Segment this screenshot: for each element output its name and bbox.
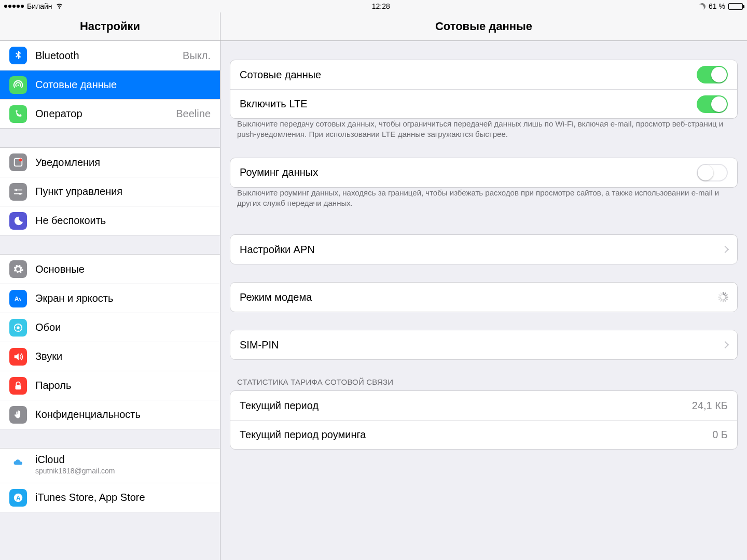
svg-text:A: A bbox=[16, 494, 21, 501]
sidebar-item-label: Экран и яркость bbox=[35, 292, 211, 304]
switch-data-roaming[interactable] bbox=[697, 164, 728, 181]
sidebar-item-value: Beeline bbox=[176, 108, 211, 120]
row-apn-settings[interactable]: Настройки APN bbox=[230, 235, 737, 264]
sidebar-item-control-center[interactable]: Пункт управления bbox=[0, 177, 220, 206]
detail-title: Сотовые данные bbox=[220, 12, 747, 41]
note-roaming: Выключите роуминг данных, находясь за гр… bbox=[237, 188, 730, 209]
sidebar-item-label: Пункт управления bbox=[35, 186, 211, 198]
row-label: Включить LTE bbox=[240, 98, 689, 110]
sidebar-item-label: Оператор bbox=[35, 108, 168, 120]
switch-enable-lte[interactable] bbox=[697, 95, 728, 113]
detail-pane: Сотовые данные Сотовые данные Включить L… bbox=[220, 12, 747, 560]
svg-text:A: A bbox=[18, 297, 21, 302]
sidebar-item-value: Выкл. bbox=[183, 50, 211, 62]
cellular-icon bbox=[9, 76, 27, 94]
status-bar: Билайн 12:28 61 % bbox=[0, 0, 747, 12]
row-label: Сотовые данные bbox=[240, 69, 689, 81]
display-icon: AA bbox=[9, 290, 27, 307]
sidebar-item-label: Уведомления bbox=[35, 157, 211, 169]
status-time: 12:28 bbox=[372, 2, 390, 10]
sidebar-item-bluetooth[interactable]: Bluetooth Выкл. bbox=[0, 41, 220, 70]
row-current-period[interactable]: Текущий период 24,1 КБ bbox=[230, 391, 737, 420]
sidebar-title: Настройки bbox=[0, 12, 220, 41]
section-header-stats: СТАТИСТИКА ТАРИФА СОТОВОЙ СВЯЗИ bbox=[237, 377, 730, 386]
row-data-roaming[interactable]: Роуминг данных bbox=[230, 158, 737, 187]
do-not-disturb-icon bbox=[697, 2, 707, 11]
control-center-icon bbox=[9, 183, 27, 201]
row-cellular-data[interactable]: Сотовые данные bbox=[230, 60, 737, 89]
cloud-icon bbox=[9, 454, 27, 471]
wallpaper-icon bbox=[9, 319, 27, 337]
settings-sidebar: Настройки Bluetooth Выкл. Сотовые данные bbox=[0, 12, 220, 560]
svg-rect-8 bbox=[16, 385, 21, 389]
sidebar-item-label: Пароль bbox=[35, 380, 211, 391]
appstore-icon: A bbox=[9, 489, 27, 507]
sidebar-item-label: Основные bbox=[35, 263, 211, 275]
row-sim-pin[interactable]: SIM-PIN bbox=[230, 330, 737, 359]
sidebar-item-carrier[interactable]: Оператор Beeline bbox=[0, 99, 220, 128]
sidebar-item-label: Bluetooth bbox=[35, 50, 174, 62]
loading-spinner-icon bbox=[717, 292, 728, 302]
sidebar-item-sublabel: sputnik1818@gmail.com bbox=[35, 467, 115, 475]
speaker-icon bbox=[9, 348, 27, 366]
sidebar-item-do-not-disturb[interactable]: Не беспокоить bbox=[0, 206, 220, 235]
lock-icon bbox=[9, 377, 27, 395]
carrier-name: Билайн bbox=[27, 2, 52, 10]
note-cellular: Выключите передачу сотовых данных, чтобы… bbox=[237, 119, 730, 140]
row-label: Текущий период bbox=[240, 400, 685, 412]
row-personal-hotspot[interactable]: Режим модема bbox=[230, 283, 737, 312]
wifi-icon bbox=[56, 2, 63, 11]
sidebar-item-display[interactable]: AA Экран и яркость bbox=[0, 284, 220, 313]
sidebar-item-wallpaper[interactable]: Обои bbox=[0, 313, 220, 342]
sidebar-item-label: Сотовые данные bbox=[35, 79, 211, 91]
chevron-right-icon bbox=[722, 341, 729, 348]
svg-point-7 bbox=[17, 326, 20, 329]
hand-icon bbox=[9, 406, 27, 424]
battery-icon bbox=[728, 3, 743, 10]
notifications-icon bbox=[9, 153, 27, 171]
gear-icon bbox=[9, 260, 27, 278]
row-roaming-period[interactable]: Текущий период роуминга 0 Б bbox=[230, 420, 737, 449]
sidebar-item-notifications[interactable]: Уведомления bbox=[0, 148, 220, 177]
svg-point-1 bbox=[19, 158, 22, 161]
row-label: Настройки APN bbox=[240, 244, 715, 256]
signal-strength-icon bbox=[4, 5, 24, 8]
row-label: Текущий период роуминга bbox=[240, 429, 705, 441]
sidebar-item-label: iTunes Store, App Store bbox=[35, 492, 211, 503]
bluetooth-icon bbox=[9, 47, 27, 64]
sidebar-item-label: Не беспокоить bbox=[35, 215, 211, 227]
moon-icon bbox=[9, 212, 27, 230]
sidebar-item-label: iCloud bbox=[35, 454, 115, 466]
sidebar-item-privacy[interactable]: Конфиденциальность bbox=[0, 400, 220, 429]
sidebar-item-general[interactable]: Основные bbox=[0, 255, 220, 284]
sidebar-item-sounds[interactable]: Звуки bbox=[0, 342, 220, 371]
sidebar-item-label: Конфиденциальность bbox=[35, 409, 211, 421]
row-label: SIM-PIN bbox=[240, 339, 715, 351]
sidebar-item-cellular[interactable]: Сотовые данные bbox=[0, 70, 220, 99]
sidebar-item-label: Звуки bbox=[35, 351, 211, 362]
switch-cellular-data[interactable] bbox=[697, 66, 728, 83]
row-label: Режим модема bbox=[240, 291, 710, 303]
row-label: Роуминг данных bbox=[240, 166, 689, 178]
sidebar-item-label: Обои bbox=[35, 321, 211, 333]
row-value: 0 Б bbox=[712, 429, 728, 441]
row-enable-lte[interactable]: Включить LTE bbox=[230, 89, 737, 118]
battery-percent: 61 % bbox=[709, 2, 725, 10]
phone-icon bbox=[9, 105, 27, 123]
sidebar-item-icloud[interactable]: iCloud sputnik1818@gmail.com bbox=[0, 449, 220, 483]
row-value: 24,1 КБ bbox=[692, 400, 728, 412]
sidebar-item-itunes-store[interactable]: A iTunes Store, App Store bbox=[0, 483, 220, 512]
chevron-right-icon bbox=[722, 246, 729, 253]
sidebar-item-passcode[interactable]: Пароль bbox=[0, 371, 220, 400]
